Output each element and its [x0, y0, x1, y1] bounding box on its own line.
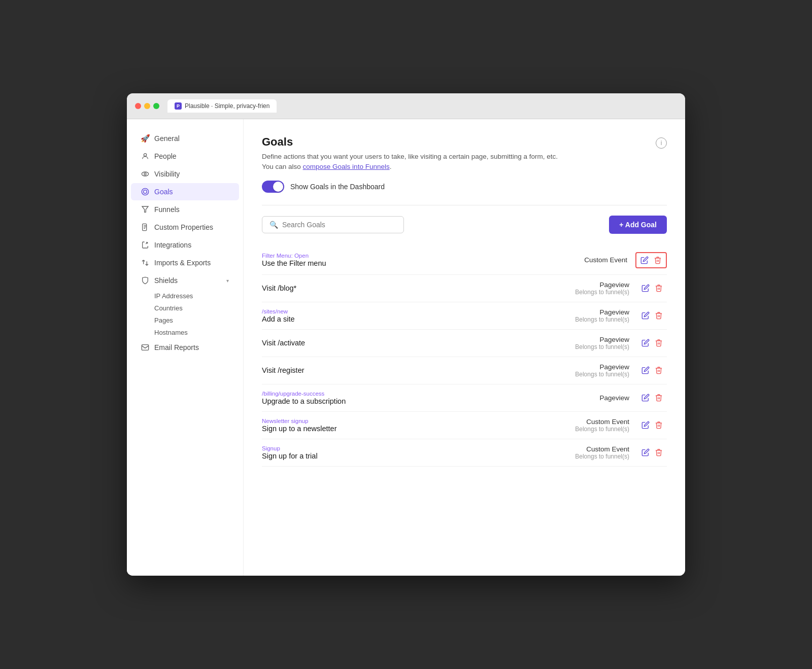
integrations-icon — [141, 241, 149, 249]
goal-name: Sign up for a trial — [262, 452, 538, 460]
sidebar-item-integrations[interactable]: Integrations — [131, 236, 239, 254]
file-icon — [141, 223, 149, 231]
goal-name: Sign up to a newsletter — [262, 425, 538, 433]
delete-goal-button[interactable] — [654, 283, 664, 293]
edit-goal-button[interactable] — [640, 393, 651, 403]
delete-goal-button[interactable] — [654, 310, 664, 321]
arrows-icon — [141, 259, 149, 267]
edit-goal-button[interactable] — [640, 283, 651, 293]
tab-title: Plausible · Simple, privacy-frien — [185, 102, 269, 110]
add-goal-button[interactable]: + Add Goal — [609, 216, 667, 234]
sidebar-item-label: Custom Properties — [154, 223, 213, 231]
goal-sub-label: /sites/new — [262, 308, 538, 314]
goal-info: Newsletter signup Sign up to a newslette… — [262, 418, 538, 433]
edit-goal-button[interactable] — [640, 447, 651, 457]
goal-sub-label: Newsletter signup — [262, 418, 538, 424]
edit-icon — [641, 284, 650, 292]
toggle-label: Show Goals in the Dashboard — [290, 183, 385, 191]
trash-icon — [655, 284, 663, 292]
edit-icon — [641, 366, 650, 374]
goal-action-buttons — [635, 252, 667, 268]
sidebar-item-label: Shields — [154, 276, 178, 285]
sidebar-item-shields[interactable]: Shields ▾ — [131, 272, 239, 289]
table-row: Newsletter signup Sign up to a newslette… — [262, 412, 667, 439]
goals-list: Filter Menu: Open Use the Filter menu Cu… — [262, 246, 667, 467]
table-row: Filter Menu: Open Use the Filter menu Cu… — [262, 246, 667, 275]
minimize-button[interactable] — [144, 103, 150, 109]
goal-info: Signup Sign up for a trial — [262, 445, 538, 460]
goal-sub-label: Signup — [262, 445, 538, 451]
show-goals-toggle[interactable] — [262, 181, 284, 193]
page-description: Define actions that you want your users … — [262, 152, 667, 172]
page-header: Goals i — [262, 135, 667, 149]
info-icon[interactable]: i — [656, 137, 667, 149]
goal-info: /sites/new Add a site — [262, 308, 538, 323]
sidebar-item-goals[interactable]: Goals — [131, 183, 239, 200]
edit-goal-button[interactable] — [640, 338, 651, 348]
email-icon — [141, 343, 149, 351]
svg-point-3 — [142, 188, 148, 195]
plausible-favicon: P — [175, 102, 182, 110]
sidebar-item-email-reports[interactable]: Email Reports — [131, 339, 239, 356]
goal-type: Pageview Belongs to funnel(s) — [538, 308, 629, 323]
table-row: Signup Sign up for a trial Custom Event … — [262, 439, 667, 467]
edit-icon — [640, 256, 649, 264]
sidebar-item-label: Integrations — [154, 241, 191, 249]
delete-goal-button[interactable] — [654, 420, 664, 430]
sidebar-item-custom-properties[interactable]: Custom Properties — [131, 219, 239, 236]
edit-goal-button[interactable] — [640, 420, 651, 430]
sidebar-item-imports-exports[interactable]: Imports & Exports — [131, 254, 239, 271]
sidebar-sub-hostnames[interactable]: Hostnames — [131, 327, 239, 338]
close-button[interactable] — [135, 103, 141, 109]
sidebar-item-visibility[interactable]: Visibility — [131, 165, 239, 183]
shield-icon — [141, 276, 149, 285]
goal-type-sub: Belongs to funnel(s) — [538, 343, 629, 350]
goal-type-name: Pageview — [538, 363, 629, 371]
trash-icon — [655, 366, 663, 374]
sidebar-item-funnels[interactable]: Funnels — [131, 201, 239, 218]
svg-rect-7 — [142, 345, 148, 350]
delete-goal-button[interactable] — [654, 338, 664, 348]
goal-name: Visit /blog* — [262, 284, 538, 292]
edit-goal-button[interactable] — [640, 310, 651, 321]
sidebar-sub-pages[interactable]: Pages — [131, 314, 239, 326]
browser-tab[interactable]: P Plausible · Simple, privacy-frien — [167, 99, 277, 113]
goal-type-sub: Belongs to funnel(s) — [538, 426, 629, 433]
goal-name: Visit /activate — [262, 339, 538, 347]
people-icon — [141, 152, 149, 160]
maximize-button[interactable] — [153, 103, 159, 109]
goal-action-buttons — [637, 363, 667, 377]
goal-type-name: Custom Event — [538, 445, 629, 453]
content-area: 🚀 General People Visibility Goals — [127, 119, 685, 576]
table-row: /billing/upgrade-success Upgrade to a su… — [262, 384, 667, 412]
goal-type-sub: Belongs to funnel(s) — [538, 453, 629, 460]
goal-name: Visit /register — [262, 366, 538, 374]
search-box[interactable]: 🔍 — [262, 216, 404, 233]
search-input[interactable] — [282, 221, 396, 229]
delete-goal-button[interactable] — [654, 393, 664, 403]
titlebar: P Plausible · Simple, privacy-frien — [127, 93, 685, 119]
edit-goal-button[interactable] — [639, 255, 650, 265]
goal-type-name: Custom Event — [536, 256, 627, 264]
sidebar-item-people[interactable]: People — [131, 148, 239, 165]
sidebar-sub-countries[interactable]: Countries — [131, 302, 239, 314]
goal-type: Pageview Belongs to funnel(s) — [538, 336, 629, 350]
trash-icon — [655, 339, 663, 347]
goal-info: /billing/upgrade-success Upgrade to a su… — [262, 391, 538, 405]
funnels-link[interactable]: compose Goals into Funnels — [303, 163, 390, 170]
goal-type: Pageview — [538, 394, 629, 402]
delete-goal-button[interactable] — [654, 447, 664, 457]
table-row: Visit /activate Pageview Belongs to funn… — [262, 330, 667, 357]
edit-icon — [641, 339, 650, 347]
delete-goal-button[interactable] — [653, 255, 663, 265]
sidebar-item-label: Email Reports — [154, 343, 199, 351]
goal-type-sub: Belongs to funnel(s) — [538, 371, 629, 378]
delete-goal-button[interactable] — [654, 365, 664, 375]
sidebar-item-label: General — [154, 134, 180, 143]
goal-action-buttons — [637, 308, 667, 323]
edit-goal-button[interactable] — [640, 365, 651, 375]
sidebar-item-general[interactable]: 🚀 General — [131, 130, 239, 147]
sidebar-sub-ip-addresses[interactable]: IP Addresses — [131, 290, 239, 302]
goal-action-buttons — [637, 336, 667, 350]
main-content: Goals i Define actions that you want you… — [244, 119, 685, 576]
